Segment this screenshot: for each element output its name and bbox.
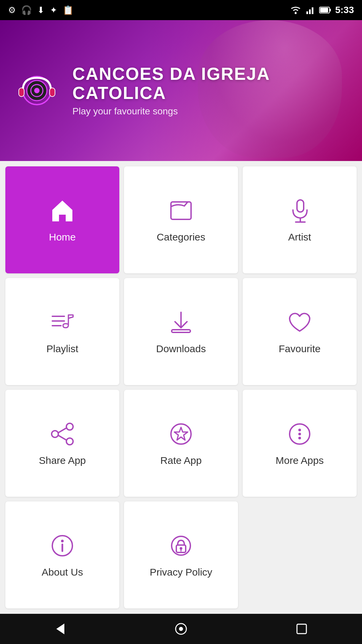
clipboard-icon: 📋 [63, 5, 73, 15]
share-icon [49, 421, 76, 447]
app-subtitle: Play your favourite songs [72, 106, 349, 117]
wifi-icon [290, 6, 302, 14]
privacy-policy-label: Privacy Policy [150, 567, 213, 578]
info-icon [49, 532, 76, 559]
downloads-icon [168, 309, 194, 336]
grid-item-about-us[interactable]: About Us [5, 501, 119, 608]
svg-point-36 [61, 540, 64, 542]
header-content: CANCOES DA IGREJA CATOLICA Play your fav… [13, 64, 349, 117]
svg-point-23 [66, 423, 73, 430]
svg-point-25 [66, 438, 73, 445]
svg-rect-2 [309, 9, 311, 14]
more-icon [286, 421, 313, 447]
grid-item-artist[interactable]: Artist [243, 166, 357, 273]
nav-back-button[interactable] [47, 615, 74, 642]
about-us-label: About Us [42, 567, 83, 578]
signal-icon [306, 5, 315, 15]
nav-home-button[interactable] [168, 615, 194, 642]
download-status-icon: ⬇ [37, 5, 45, 15]
lock-icon [168, 532, 194, 559]
more-apps-label: More Apps [276, 455, 323, 466]
svg-rect-6 [320, 8, 328, 12]
playlist-label: Playlist [46, 343, 78, 355]
svg-rect-22 [172, 330, 190, 332]
settings-icon: ⚙ [8, 5, 16, 15]
grid-item-categories[interactable]: Categories [124, 166, 238, 273]
status-time: 5:33 [335, 5, 354, 15]
rate-app-label: Rate App [160, 455, 201, 466]
downloads-label: Downloads [156, 343, 206, 355]
menu-grid: Home Categories Artist Playlist [0, 161, 362, 614]
grid-item-rate-app[interactable]: Rate App [124, 390, 238, 497]
share-app-label: Share App [39, 455, 86, 466]
rate-icon [168, 421, 194, 447]
home-icon [49, 197, 76, 224]
svg-point-32 [298, 433, 301, 435]
svg-rect-12 [19, 88, 24, 97]
categories-icon [168, 197, 194, 224]
grid-item-privacy-policy[interactable]: Privacy Policy [124, 501, 238, 608]
status-bar: ⚙ 🎧 ⬇ ✦ 📋 5:33 [0, 0, 362, 20]
svg-line-27 [58, 435, 66, 440]
favourite-icon [286, 309, 313, 336]
header-banner: CANCOES DA IGREJA CATOLICA Play your fav… [0, 20, 362, 161]
svg-point-11 [34, 88, 40, 93]
svg-marker-29 [174, 427, 188, 440]
nav-recents-button[interactable] [288, 615, 315, 642]
svg-point-33 [298, 437, 301, 439]
grid-item-playlist[interactable]: Playlist [5, 278, 119, 385]
home-label: Home [49, 231, 76, 243]
svg-rect-13 [50, 88, 55, 97]
grid-item-more-apps[interactable]: More Apps [243, 390, 357, 497]
home-nav-icon [173, 621, 189, 637]
artist-icon [286, 197, 313, 224]
svg-rect-5 [329, 9, 331, 11]
grid-item-home[interactable]: Home [5, 166, 119, 273]
grid-item-downloads[interactable]: Downloads [124, 278, 238, 385]
svg-marker-41 [56, 624, 64, 634]
svg-point-43 [179, 627, 183, 631]
svg-point-31 [298, 429, 301, 431]
categories-label: Categories [157, 231, 205, 243]
svg-point-0 [295, 12, 297, 14]
svg-rect-1 [306, 11, 308, 14]
header-text: CANCOES DA IGREJA CATOLICA Play your fav… [72, 64, 349, 117]
svg-rect-44 [297, 624, 306, 634]
grid-item-share-app[interactable]: Share App [5, 390, 119, 497]
artist-label: Artist [288, 231, 311, 243]
headset-icon: 🎧 [21, 5, 32, 15]
status-icons-right: 5:33 [290, 5, 354, 15]
svg-point-24 [52, 431, 58, 437]
back-icon [52, 621, 68, 637]
svg-line-26 [58, 428, 66, 433]
bottom-nav [0, 614, 362, 644]
app-title: CANCOES DA IGREJA CATOLICA [72, 64, 349, 103]
playlist-icon [49, 309, 76, 336]
grid-item-favourite[interactable]: Favourite [243, 278, 357, 385]
recents-icon [294, 621, 310, 637]
svg-rect-15 [297, 200, 304, 212]
brightness-icon: ✦ [50, 5, 57, 15]
battery-icon [319, 6, 331, 14]
svg-rect-3 [312, 7, 313, 14]
favourite-label: Favourite [279, 343, 320, 355]
status-icons-left: ⚙ 🎧 ⬇ ✦ 📋 [8, 5, 73, 15]
app-logo [13, 67, 60, 114]
